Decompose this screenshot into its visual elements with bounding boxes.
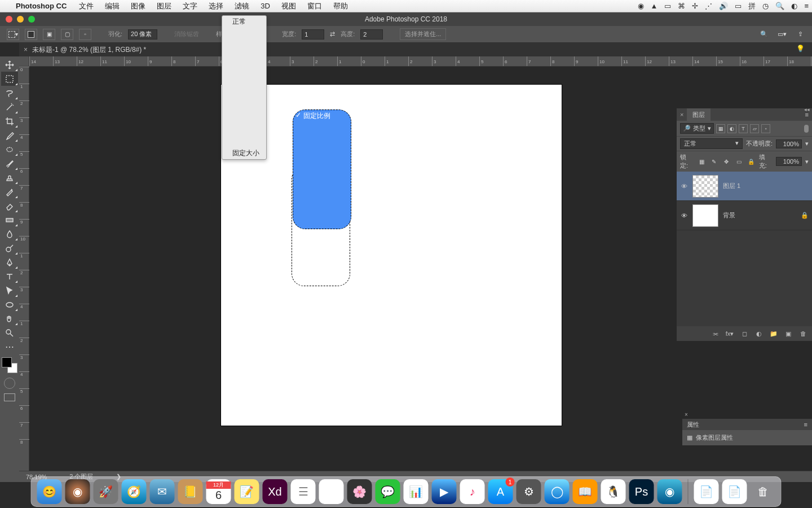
dock-finder[interactable]: 😊 (37, 479, 62, 504)
menu-view[interactable]: 视图 (276, 1, 302, 11)
dock-notes[interactable]: 📝 (235, 479, 259, 504)
layer-name[interactable]: 图层 1 (723, 182, 740, 190)
layer-row[interactable]: 👁 背景 🔒 (677, 201, 812, 230)
close-tab-icon[interactable]: × (19, 46, 32, 54)
visibility-icon[interactable]: 👁 (680, 183, 688, 190)
layers-tab[interactable]: 图层 (687, 108, 710, 121)
adjustment-layer-icon[interactable]: ◐ (754, 329, 764, 338)
properties-tab[interactable]: 属性 (687, 421, 699, 429)
tool-preset-button[interactable]: ▾ (7, 29, 19, 40)
dock-ibooks[interactable]: 📖 (573, 479, 598, 504)
dock-contacts[interactable]: 📒 (178, 479, 203, 504)
layer-thumbnail[interactable] (692, 204, 718, 227)
layer-group-icon[interactable]: 📁 (769, 329, 778, 338)
antialias-checkbox[interactable]: 消除锯齿 (174, 30, 199, 38)
battery-icon[interactable]: ▭ (735, 2, 742, 10)
siri-icon[interactable]: ◐ (791, 2, 797, 10)
visibility-icon[interactable]: 👁 (680, 212, 688, 219)
layer-name[interactable]: 背景 (723, 211, 735, 220)
crop-tool[interactable] (1, 114, 18, 128)
wifi-icon[interactable]: ⋰ (705, 2, 712, 10)
eraser-tool[interactable] (1, 199, 18, 213)
dock-appstore[interactable]: A1 (488, 479, 513, 504)
intersect-selection-button[interactable]: ▫ (79, 29, 91, 40)
hand-tool[interactable] (1, 312, 18, 326)
dock-siri[interactable]: ◉ (65, 479, 90, 504)
pen-tool[interactable] (1, 255, 18, 269)
menu-type[interactable]: 文字 (177, 1, 203, 11)
tips-icon[interactable]: 💡 (796, 45, 806, 55)
share-icon[interactable]: ⇪ (795, 29, 805, 40)
filter-smart-icon[interactable]: ▫ (761, 124, 770, 133)
link-layers-icon[interactable]: ⫘ (710, 329, 720, 338)
keyboard-icon[interactable]: ✢ (692, 2, 698, 10)
history-brush-tool[interactable] (1, 185, 18, 199)
lock-artboard-icon[interactable]: ▭ (734, 157, 743, 166)
menu-filter[interactable]: 滤镜 (229, 1, 255, 11)
menu-help[interactable]: 帮助 (328, 1, 354, 11)
record-icon[interactable]: ◉ (638, 2, 644, 10)
dock-qq[interactable]: 🐧 (601, 479, 626, 504)
dock-reminders[interactable]: ☰ (291, 479, 316, 504)
dock-mail[interactable]: ✉ (150, 479, 175, 504)
canvas[interactable] (221, 85, 562, 426)
hamburger-icon[interactable]: ≡ (804, 2, 809, 10)
magic-wand-tool[interactable] (1, 100, 18, 114)
type-tool[interactable] (1, 269, 18, 283)
dock-doc1[interactable]: 📄 (694, 479, 719, 504)
eyedropper-tool[interactable] (1, 128, 18, 142)
shape-tool[interactable] (1, 297, 18, 312)
panel-menu-icon[interactable]: ≡ (804, 421, 807, 428)
dock-photos[interactable]: 🌸 (347, 479, 372, 504)
quick-mask-button[interactable] (4, 378, 15, 389)
select-and-mask-button[interactable]: 选择并遮住... (400, 28, 446, 40)
blur-tool[interactable] (1, 227, 18, 241)
dock-music[interactable]: ♪ (460, 479, 485, 504)
style-option-fixed-size[interactable]: 固定大小 (222, 147, 266, 159)
dock-calendar[interactable]: 12月6 (206, 479, 231, 504)
layer-thumbnail[interactable] (692, 175, 718, 198)
screen-mode-button[interactable] (4, 393, 15, 401)
gradient-tool[interactable] (1, 213, 18, 227)
swap-wh-icon[interactable]: ⇄ (330, 30, 335, 38)
menu-image[interactable]: 图像 (125, 1, 151, 11)
app-menu[interactable]: Photoshop CC (16, 2, 73, 10)
volume-icon[interactable]: 🔊 (719, 2, 728, 10)
layer-row[interactable]: 👁 图层 1 (677, 172, 812, 201)
layer-fx-icon[interactable]: fx▾ (725, 329, 734, 338)
lasso-tool[interactable] (1, 86, 18, 100)
clone-stamp-tool[interactable] (1, 170, 18, 185)
edit-toolbar-button[interactable]: ⋯ (1, 340, 18, 354)
menu-select[interactable]: 选择 (203, 1, 229, 11)
screen-icon[interactable]: ▭ (664, 2, 671, 10)
search-icon[interactable]: 🔍 (759, 29, 769, 40)
dodge-tool[interactable] (1, 241, 18, 255)
blend-mode-select[interactable]: 正常▾ (680, 138, 743, 149)
filter-pixel-icon[interactable]: ▦ (716, 124, 725, 133)
vertical-ruler[interactable]: 012345678910123412345678 (19, 67, 29, 482)
filter-shape-icon[interactable]: ▱ (750, 124, 759, 133)
dock-launchpad[interactable]: 🚀 (94, 479, 118, 504)
ruler-origin[interactable] (19, 56, 29, 67)
menu-edit[interactable]: 编辑 (99, 1, 125, 11)
close-panel-icon[interactable]: × (685, 411, 688, 418)
menu-layer[interactable]: 图层 (151, 1, 177, 11)
delete-layer-icon[interactable]: 🗑 (798, 329, 807, 338)
opacity-input[interactable]: 100% (776, 139, 802, 148)
dock-safari[interactable]: 🧭 (122, 479, 147, 504)
document-tab[interactable]: 未标题-1 @ 78.2% (图层 1, RGB/8#) * (32, 45, 146, 55)
cloud-icon[interactable]: ⌘ (678, 2, 685, 10)
dock-settings[interactable]: ⚙ (517, 479, 541, 504)
feather-input[interactable] (128, 29, 157, 40)
dock-xd[interactable]: Xd (263, 479, 288, 504)
height-input[interactable] (360, 29, 383, 40)
lock-image-icon[interactable]: ✎ (710, 157, 719, 166)
new-layer-icon[interactable]: ▣ (784, 329, 793, 338)
path-selection-tool[interactable] (1, 283, 18, 297)
move-tool[interactable] (1, 58, 18, 72)
brush-tool[interactable] (1, 156, 18, 170)
dock-photoshop[interactable]: Ps (629, 479, 654, 504)
fill-arrow-icon[interactable]: ▾ (805, 158, 809, 165)
close-panel-icon[interactable]: × (677, 111, 687, 118)
style-option-normal[interactable]: 正常 (222, 16, 266, 28)
